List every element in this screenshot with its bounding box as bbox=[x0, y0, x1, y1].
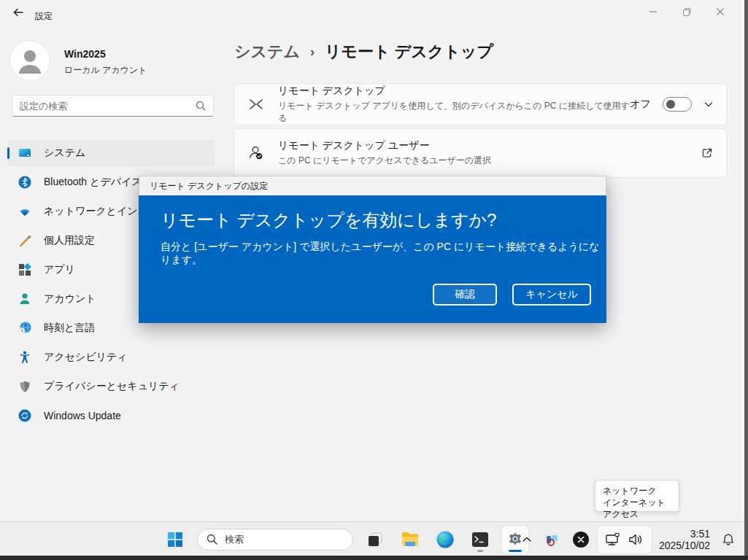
sidebar-item-label: アクセシビリティ bbox=[44, 351, 128, 364]
sidebar-item-label: 個人用設定 bbox=[44, 234, 95, 247]
shield-icon bbox=[18, 379, 32, 394]
external-link-icon bbox=[701, 147, 714, 160]
sidebar-item-label: 時刻と言語 bbox=[44, 322, 95, 335]
tray-overflow-chevron[interactable] bbox=[517, 526, 536, 553]
search-icon bbox=[196, 101, 206, 111]
tray-date: 2025/10/02 bbox=[659, 540, 710, 551]
dialog-body: リモート デスクトップを有効にしますか? 自分と [ユーザー アカウント] で選… bbox=[139, 195, 606, 323]
brush-icon bbox=[18, 233, 32, 248]
avatar[interactable] bbox=[10, 41, 50, 80]
sidebar-item-label: Bluetooth とデバイス bbox=[44, 176, 142, 189]
chevron-down-icon[interactable] bbox=[703, 99, 714, 109]
settings-window: 設定 Win2025 ローカル アカウント bbox=[0, 0, 748, 560]
page-title: リモート デスクトップ bbox=[325, 41, 493, 63]
dialog-message: 自分と [ユーザー アカウント] で選択したユーザーが、この PC にリモート接… bbox=[161, 241, 606, 267]
tooltip-line-1: ネットワーク bbox=[603, 485, 671, 497]
network-tooltip: ネットワーク インターネット アクセス bbox=[595, 480, 679, 512]
toggle-state-label: オフ bbox=[630, 98, 651, 111]
sidebar-item-windows-update[interactable]: Windows Update bbox=[7, 402, 215, 429]
bluetooth-icon bbox=[18, 175, 32, 190]
app-title: 設定 bbox=[35, 10, 53, 23]
sidebar-item-accessibility[interactable]: アクセシビリティ bbox=[7, 344, 215, 370]
toggle-knob bbox=[666, 100, 675, 109]
edge-icon bbox=[436, 530, 455, 549]
cancel-button[interactable]: キャンセル bbox=[512, 284, 591, 306]
tooltip-line-2: インターネット アクセス bbox=[603, 497, 671, 520]
task-view-icon bbox=[366, 531, 384, 548]
tray-app-icon-1[interactable] bbox=[541, 526, 564, 553]
sidebar-item-label: システム bbox=[44, 147, 85, 160]
dialog-titlebar: リモート デスクトップの設定 bbox=[139, 176, 606, 195]
wifi-icon bbox=[18, 204, 32, 219]
minimize-button[interactable] bbox=[636, 0, 670, 23]
user-check-icon bbox=[247, 144, 265, 162]
remote-desktop-description: リモート デスクトップ アプリを使用して、別のデバイスからこの PC に接続して… bbox=[278, 100, 630, 125]
confirm-button[interactable]: 確認 bbox=[433, 284, 497, 306]
window-titlebar: 設定 bbox=[0, 0, 744, 25]
breadcrumb-separator: › bbox=[310, 44, 315, 60]
remote-desktop-setting-card: リモート デスクトップ リモート デスクトップ アプリを使用して、別のデバイスか… bbox=[234, 83, 728, 125]
apps-icon bbox=[18, 262, 32, 277]
update-refresh-icon bbox=[18, 408, 32, 423]
windows-logo-icon bbox=[168, 532, 182, 547]
user-name: Win2025 bbox=[64, 48, 106, 60]
selected-indicator bbox=[7, 147, 9, 159]
clock-globe-icon bbox=[18, 321, 32, 335]
close-icon bbox=[716, 7, 725, 16]
server-tray-icon bbox=[545, 532, 560, 547]
start-button[interactable] bbox=[162, 526, 188, 553]
notification-button[interactable] bbox=[717, 526, 739, 553]
remote-desktop-icon bbox=[247, 96, 265, 113]
task-view-button[interactable] bbox=[362, 526, 388, 553]
settings-search-box[interactable] bbox=[12, 95, 214, 117]
network-icon bbox=[605, 532, 621, 547]
file-explorer-button[interactable] bbox=[397, 526, 423, 553]
restore-icon bbox=[682, 7, 692, 17]
remote-desktop-users-card[interactable]: リモート デスクトップ ユーザー この PC にリモートでアクセスできるユーザー… bbox=[234, 128, 728, 178]
remote-desktop-users-description: この PC にリモートでアクセスできるユーザーの選択 bbox=[278, 155, 701, 167]
volume-icon bbox=[628, 532, 644, 547]
remote-desktop-users-title: リモート デスクトップ ユーザー bbox=[278, 139, 701, 152]
dialog-heading: リモート デスクトップを有効にしますか? bbox=[161, 209, 496, 232]
remote-desktop-toggle[interactable] bbox=[663, 97, 692, 112]
remote-desktop-title: リモート デスクトップ bbox=[278, 85, 630, 98]
sidebar-item-privacy-security[interactable]: プライバシーとセキュリティ bbox=[7, 373, 215, 400]
network-volume-tray[interactable] bbox=[598, 526, 652, 553]
restore-button[interactable] bbox=[670, 0, 703, 23]
minimize-icon bbox=[649, 7, 658, 16]
user-account-type: ローカル アカウント bbox=[64, 64, 147, 77]
breadcrumb: システム › リモート デスクトップ bbox=[234, 41, 493, 63]
search-icon bbox=[207, 534, 217, 545]
back-button[interactable] bbox=[9, 4, 28, 20]
taskbar-search[interactable]: 検索 bbox=[197, 529, 353, 551]
sidebar-item-label: アプリ bbox=[44, 263, 75, 276]
account-person-icon bbox=[18, 292, 32, 306]
tray-clock[interactable]: 3:51 2025/10/02 bbox=[656, 528, 713, 551]
sidebar-item-label: プライバシーとセキュリティ bbox=[44, 380, 180, 393]
edge-button[interactable] bbox=[432, 526, 458, 553]
breadcrumb-parent[interactable]: システム bbox=[234, 41, 300, 63]
accessibility-person-icon bbox=[18, 350, 32, 365]
user-silhouette-icon bbox=[10, 41, 50, 80]
terminal-running-indicator bbox=[477, 550, 483, 552]
mute-x-icon bbox=[573, 532, 589, 548]
close-button[interactable] bbox=[703, 0, 737, 23]
tray-time: 3:51 bbox=[659, 528, 710, 540]
settings-search-input[interactable] bbox=[12, 101, 196, 112]
system-icon bbox=[18, 146, 32, 160]
tray-app-icon-2[interactable] bbox=[568, 526, 593, 553]
screen-frame-bottom bbox=[0, 556, 748, 560]
taskbar-search-label: 検索 bbox=[225, 533, 244, 546]
back-arrow-icon bbox=[12, 7, 24, 18]
bell-icon bbox=[722, 533, 735, 546]
terminal-icon bbox=[471, 530, 490, 549]
taskbar: 検索 bbox=[0, 521, 748, 556]
screen-frame-right bbox=[744, 0, 748, 560]
sidebar-item-label: アカウント bbox=[44, 292, 96, 306]
chevron-up-icon bbox=[522, 536, 532, 543]
sidebar-item-system[interactable]: システム bbox=[7, 140, 215, 166]
terminal-button[interactable] bbox=[467, 526, 493, 553]
remote-desktop-confirm-dialog: リモート デスクトップの設定 リモート デスクトップを有効にしますか? 自分と … bbox=[139, 176, 606, 323]
sidebar-item-label: Windows Update bbox=[44, 410, 121, 421]
file-explorer-icon bbox=[401, 530, 420, 549]
